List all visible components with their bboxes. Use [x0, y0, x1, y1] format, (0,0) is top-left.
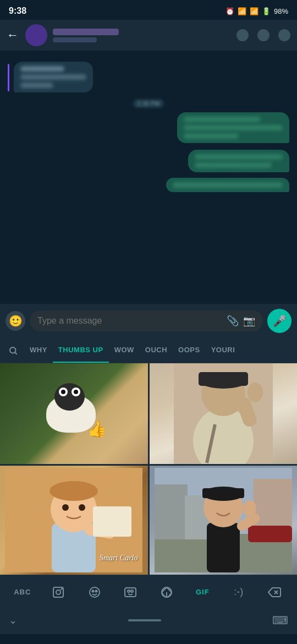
- signal-icon: 📶: [250, 7, 258, 15]
- phone-icon[interactable]: [257, 29, 270, 41]
- girl-svg: [155, 468, 292, 572]
- shaun-body: 👍: [41, 383, 107, 444]
- svg-point-35: [92, 590, 94, 592]
- delete-icon: [268, 586, 281, 599]
- sticker-icon: [160, 586, 173, 599]
- message-input[interactable]: [37, 316, 222, 326]
- emoji-face-icon: [88, 586, 101, 599]
- sticker-search-icon: [52, 586, 65, 599]
- status-icons: ⏰ 📶 📶 🔋 98%: [226, 7, 288, 15]
- svg-line-1: [15, 352, 16, 354]
- svg-point-34: [90, 587, 100, 597]
- svg-point-15: [62, 504, 69, 511]
- back-button[interactable]: ←: [7, 28, 19, 42]
- home-bar-area: ⌄ ⌨: [0, 609, 297, 634]
- status-bar: 9:38 ⏰ 📶 📶 🔋 98%: [0, 0, 297, 20]
- keyboard-icon[interactable]: ⌨: [272, 614, 288, 627]
- gif-kid-thumbsup[interactable]: Smart Carlo: [0, 466, 148, 575]
- svg-rect-21: [155, 484, 188, 539]
- mic-icon: 🎤: [273, 314, 287, 328]
- emoticon-icon: :-): [234, 586, 243, 598]
- avatar: [25, 24, 47, 46]
- toolbar-emoticon[interactable]: :-): [227, 580, 251, 604]
- svg-point-16: [79, 504, 85, 511]
- camera-icon[interactable]: 📷: [243, 315, 255, 327]
- tab-why[interactable]: WHY: [24, 338, 53, 363]
- emoji-button[interactable]: 🙂: [6, 311, 25, 331]
- gif-person-thumbsup[interactable]: [150, 363, 298, 464]
- status-time: 9:38: [9, 6, 26, 16]
- video-call-icon[interactable]: [237, 29, 249, 41]
- chevron-down-icon[interactable]: ⌄: [9, 614, 17, 626]
- home-bar: [128, 619, 161, 621]
- svg-point-14: [50, 481, 98, 501]
- emoji-icon: 🙂: [9, 314, 23, 328]
- svg-rect-37: [125, 588, 136, 597]
- animated-icon: [124, 586, 137, 599]
- toolbar-delete[interactable]: [262, 580, 287, 604]
- chat-area: 2:30 PM: [0, 51, 297, 304]
- svg-point-32: [56, 590, 61, 594]
- toolbar-animated[interactable]: [118, 580, 142, 604]
- attachment-icon[interactable]: 📎: [227, 315, 239, 327]
- tab-thumbsup[interactable]: THUMBS UP: [53, 338, 109, 363]
- gif-label: GIF: [196, 588, 210, 596]
- abc-label: ABC: [14, 588, 31, 596]
- toolbar-sticker[interactable]: [155, 580, 179, 604]
- svg-point-8: [248, 383, 263, 402]
- tab-youri[interactable]: YOURI: [206, 338, 241, 363]
- chat-background: [0, 51, 297, 304]
- contact-status: [53, 37, 97, 42]
- shaun-eye-right: [72, 388, 80, 396]
- wifi-icon: 📶: [238, 7, 246, 15]
- toolbar-gif[interactable]: GIF: [190, 580, 215, 604]
- battery-icon: 🔋: [262, 7, 271, 15]
- svg-rect-6: [199, 372, 248, 386]
- person-svg: [174, 363, 273, 464]
- toolbar-emoji[interactable]: [82, 580, 107, 604]
- more-options-icon[interactable]: [278, 29, 290, 41]
- message-input-wrap: 📎 📷: [30, 310, 263, 331]
- tab-oops[interactable]: OOPS: [173, 338, 206, 363]
- svg-point-38: [128, 590, 130, 592]
- svg-point-36: [95, 590, 97, 592]
- alarm-icon: ⏰: [226, 7, 234, 15]
- gif-girl-thumbsup[interactable]: [150, 466, 298, 575]
- contact-name: [53, 29, 119, 35]
- svg-rect-25: [207, 523, 240, 572]
- top-bar: ←: [0, 20, 297, 51]
- bottom-toolbar: ABC GIF :-): [0, 575, 297, 609]
- input-bar: 🙂 📎 📷 🎤: [0, 304, 297, 338]
- contact-info: [25, 24, 237, 46]
- contact-text: [53, 29, 237, 42]
- mic-button[interactable]: 🎤: [267, 309, 292, 333]
- shaun-thumbs-up: 👍: [87, 420, 107, 438]
- shaun-eye-left: [59, 388, 68, 396]
- search-button[interactable]: [4, 342, 22, 359]
- svg-line-33: [61, 588, 63, 590]
- shaun-pupil-right: [74, 390, 78, 394]
- svg-rect-18: [93, 506, 131, 537]
- toolbar-abc[interactable]: ABC: [10, 580, 35, 604]
- gif-shaun-sheep[interactable]: 👍: [0, 363, 148, 464]
- toolbar-sticker-search[interactable]: [46, 580, 70, 604]
- svg-point-30: [243, 500, 256, 517]
- tab-ouch[interactable]: OUCH: [140, 338, 173, 363]
- kid-signature: Smart Carlo: [100, 554, 138, 563]
- battery-level: 98%: [274, 7, 288, 15]
- category-bar: WHY THUMBS UP WOW OUCH OOPS YOURI: [0, 338, 297, 363]
- tab-wow[interactable]: WOW: [109, 338, 140, 363]
- gif-grid: 👍: [0, 363, 297, 575]
- top-bar-actions: [237, 29, 290, 41]
- shaun-pupil-left: [61, 390, 65, 394]
- svg-rect-28: [202, 488, 244, 498]
- svg-rect-24: [248, 526, 292, 542]
- svg-point-0: [10, 347, 16, 353]
- svg-point-39: [131, 590, 133, 592]
